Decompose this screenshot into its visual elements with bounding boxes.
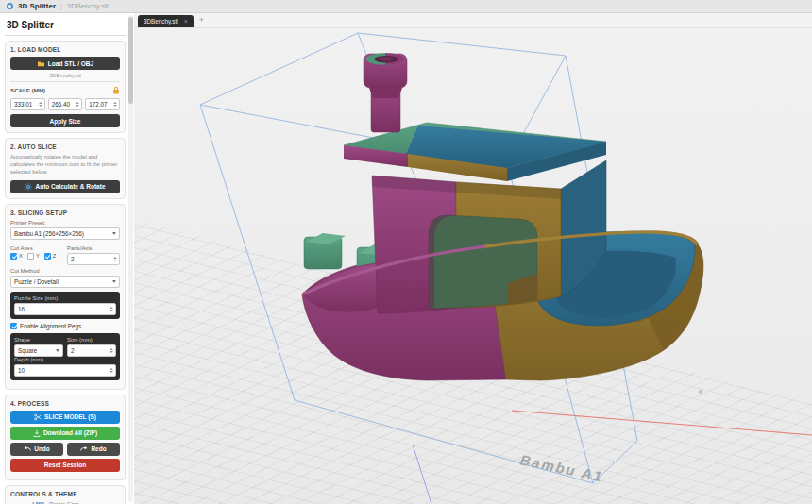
viewport: 3DBenchy.stl × +: [134, 13, 812, 504]
load-stl-button[interactable]: Load STL / OBJ: [10, 57, 120, 70]
puzzle-options-panel: Puzzle Size (mm) 16: [10, 292, 120, 319]
add-tab-button[interactable]: +: [199, 16, 204, 27]
app-logo-icon: [7, 3, 13, 9]
stepper-icon[interactable]: [39, 102, 42, 107]
auto-calculate-button[interactable]: Auto Calculate & Rotate: [10, 180, 120, 193]
auto-slice-description: Automatically rotates the model and calc…: [10, 154, 120, 176]
scale-label: SCALE (MM): [10, 87, 45, 93]
sidebar: 3D Splitter 1. LOAD MODEL Load STL / OBJ…: [0, 13, 134, 504]
peg-size-label: Size (mm): [67, 337, 116, 343]
undo-button[interactable]: Undo: [10, 443, 63, 456]
load-model-heading: 1. LOAD MODEL: [10, 46, 120, 53]
printer-preset-label: Printer Preset:: [10, 220, 120, 226]
scale-z-input[interactable]: 172.07: [85, 98, 120, 110]
slicing-setup-heading: 3. SLICING SETUP: [10, 210, 120, 216]
download-icon: [33, 429, 41, 437]
redo-button[interactable]: Redo: [67, 443, 120, 456]
cut-axis-x-checkbox[interactable]: [10, 253, 17, 260]
stepper-icon[interactable]: [110, 368, 113, 373]
title-separator: |: [60, 2, 62, 10]
loaded-file-caption: 3DBenchy.stl: [10, 73, 120, 78]
sidebar-scrollbar-thumb[interactable]: [128, 17, 133, 104]
parts-axis-input[interactable]: 2: [67, 253, 120, 265]
download-all-button[interactable]: Download All (ZIP): [10, 427, 120, 440]
folder-icon: [37, 60, 45, 67]
y-axis-line: [413, 445, 431, 504]
cut-axis-y-checkbox[interactable]: [27, 253, 34, 260]
gear-icon: [25, 183, 32, 191]
auto-slice-heading: 2. AUTO SLICE: [10, 143, 120, 150]
auto-slice-section: 2. AUTO SLICE Automatically rotates the …: [5, 138, 126, 199]
app-title: 3D Splitter: [18, 2, 56, 10]
parts-axis-label: Parts/Axis: [67, 245, 120, 251]
viewport-tab-bar: 3DBenchy.stl × +: [134, 13, 812, 28]
app-top-bar: 3D Splitter | 3DBenchy.stl: [0, 0, 812, 13]
stepper-icon[interactable]: [110, 307, 113, 311]
peg-depth-input[interactable]: 10: [14, 364, 116, 377]
printer-preset-select[interactable]: Bambu A1 (256×256×256): [10, 227, 120, 240]
slicing-setup-section: 3. SLICING SETUP Printer Preset: Bambu A…: [5, 204, 126, 390]
enable-pegs-checkbox[interactable]: [10, 323, 17, 329]
puzzle-size-input[interactable]: 16: [14, 303, 116, 315]
redo-arrow-icon: [80, 445, 88, 452]
tab-3dbenchy[interactable]: 3DBenchy.stl ×: [138, 15, 194, 27]
controls-heading: CONTROLS & THEME: [10, 491, 120, 497]
process-section: 4. PROCESS SLICE MODEL (S) Download All …: [5, 395, 126, 480]
slice-model-button[interactable]: SLICE MODEL (S): [10, 411, 120, 424]
process-heading: 4. PROCESS: [10, 400, 120, 407]
cut-axes-label: Cut Axes: [10, 245, 63, 251]
enable-pegs-label: Enable Alignment Pegs: [20, 323, 81, 329]
undo-arrow-icon: [24, 445, 31, 452]
open-file-name: 3DBenchy.stl: [67, 2, 109, 10]
cut-method-label: Cut Method: [10, 268, 120, 274]
scissors-icon: [34, 413, 42, 421]
stepper-icon[interactable]: [113, 257, 117, 261]
lock-icon[interactable]: [112, 86, 120, 94]
stepper-icon[interactable]: [113, 102, 117, 107]
stepper-icon[interactable]: [76, 102, 79, 107]
scene-render: Bambu A1: [134, 28, 812, 504]
stepper-icon[interactable]: [110, 348, 113, 353]
load-model-section: 1. LOAD MODEL Load STL / OBJ 3DBenchy.st…: [5, 41, 126, 133]
chevron-down-icon: [112, 280, 116, 283]
apply-size-button[interactable]: Apply Size: [10, 114, 120, 127]
benchy-model[interactable]: [302, 53, 703, 380]
peg-size-input[interactable]: 2: [67, 344, 116, 357]
puzzle-size-label: Puzzle Size (mm): [14, 295, 116, 301]
scale-y-input[interactable]: 266.40: [48, 98, 83, 110]
chevron-down-icon: [56, 349, 59, 352]
axis-lines: [413, 389, 812, 504]
controls-theme-section: CONTROLS & THEME LMBRotate Cam RMBPan Sc…: [5, 485, 126, 504]
origin-marker: [698, 389, 703, 395]
pegs-options-panel: Shape Square Size (mm) 2 Dep: [10, 333, 120, 380]
scale-x-input[interactable]: 333.01: [10, 98, 45, 110]
sidebar-title: 3D Splitter: [5, 16, 126, 36]
peg-depth-label: Depth (mm): [14, 357, 116, 362]
divider: [10, 81, 120, 82]
x-axis-line: [512, 411, 812, 435]
chevron-down-icon: [112, 232, 116, 235]
peg-shape-label: Shape: [14, 337, 63, 343]
cut-method-select[interactable]: Puzzle / Dovetail: [10, 276, 120, 288]
close-tab-icon[interactable]: ×: [184, 18, 188, 25]
cut-axis-z-checkbox[interactable]: [44, 253, 51, 260]
peg-shape-select[interactable]: Square: [14, 344, 63, 357]
reset-session-button[interactable]: Reset Session: [10, 459, 120, 472]
3d-scene-canvas[interactable]: Bambu A1: [134, 28, 812, 504]
